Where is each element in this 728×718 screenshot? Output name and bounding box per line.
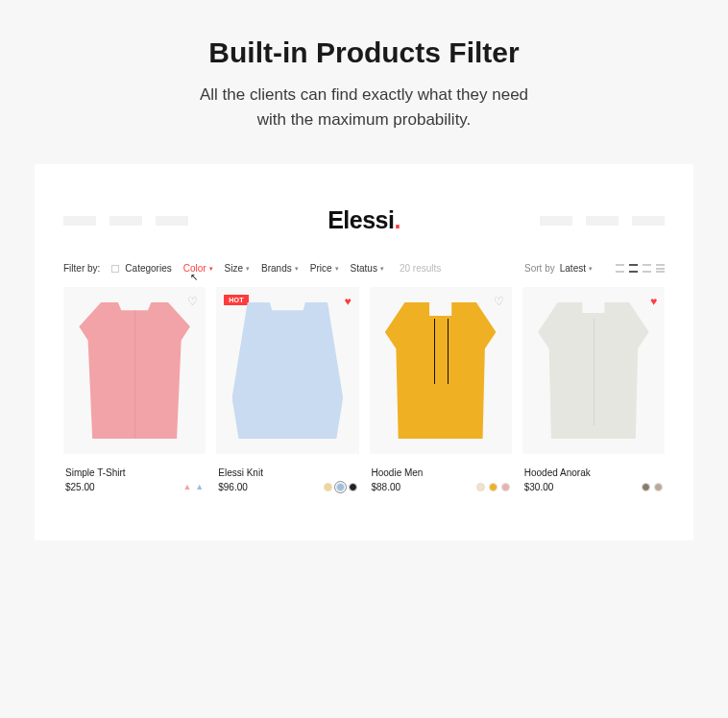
product-illustration xyxy=(538,302,649,440)
filter-categories[interactable]: Categories xyxy=(111,263,171,274)
product-name: Simple T-Shirt xyxy=(65,467,204,478)
swatch-dot[interactable] xyxy=(349,483,357,491)
product-image[interactable]: ♡ xyxy=(63,287,206,454)
product-grid: ♡ Simple T-Shirt $25.00 ▲ ▲ HOT ♥ xyxy=(63,287,665,492)
swatch-dot[interactable] xyxy=(654,483,663,491)
product-illustration xyxy=(385,302,497,440)
view-mode-icons xyxy=(616,264,665,273)
color-swatches xyxy=(476,483,510,491)
product-card[interactable]: ♥ Hooded Anorak $30.00 xyxy=(522,287,665,492)
filter-by-label: Filter by: xyxy=(63,263,100,274)
product-card[interactable]: ♡ Hoodie Men $88.00 xyxy=(370,287,512,492)
sort-by-label: Sort by xyxy=(524,263,555,274)
filter-color[interactable]: Color ▾ ↖ xyxy=(183,263,213,274)
brand-name: Elessi xyxy=(328,206,394,233)
checkbox-icon xyxy=(111,265,119,273)
color-swatches xyxy=(324,483,357,491)
sort-dropdown[interactable]: Latest ▾ xyxy=(560,263,593,274)
product-price: $96.00 xyxy=(218,482,248,492)
color-swatches xyxy=(642,483,663,491)
wishlist-icon[interactable]: ♥ xyxy=(650,295,657,308)
product-illustration xyxy=(79,302,190,440)
product-illustration xyxy=(232,302,344,440)
chevron-down-icon: ▾ xyxy=(335,265,339,273)
product-price: $88.00 xyxy=(372,482,401,492)
nav-left-placeholder xyxy=(63,216,188,226)
product-image[interactable]: ♥ xyxy=(522,287,665,454)
subtitle-line-2: with the maximum probability. xyxy=(257,110,472,129)
page-subtitle: All the clients can find exactly what th… xyxy=(19,83,709,132)
brand-dot: . xyxy=(394,206,400,233)
page-title: Built-in Products Filter xyxy=(19,36,709,69)
filter-status-label: Status xyxy=(351,263,377,274)
swatch-dot[interactable] xyxy=(324,483,332,491)
chevron-down-icon: ▾ xyxy=(380,265,384,273)
sort-value: Latest xyxy=(560,263,586,274)
wishlist-icon[interactable]: ♡ xyxy=(494,295,504,308)
product-price: $30.00 xyxy=(524,482,554,492)
product-price: $25.00 xyxy=(65,482,95,492)
subtitle-line-1: All the clients can find exactly what th… xyxy=(200,85,528,104)
filter-brands-label: Brands xyxy=(261,263,292,274)
filter-color-label: Color xyxy=(183,263,206,274)
chevron-down-icon: ▾ xyxy=(246,265,250,273)
hot-badge: HOT xyxy=(224,295,249,305)
swatch-dot[interactable] xyxy=(642,483,650,491)
product-image[interactable]: ♡ xyxy=(370,287,512,454)
brand-logo[interactable]: Elessi. xyxy=(328,206,400,234)
nav-right-placeholder xyxy=(540,216,665,226)
view-list-icon[interactable] xyxy=(656,264,665,273)
shop-header: Elessi. xyxy=(63,206,665,234)
view-grid-4-icon[interactable] xyxy=(643,264,651,273)
swatch-dot[interactable] xyxy=(489,483,497,491)
product-card[interactable]: ♡ Simple T-Shirt $25.00 ▲ ▲ xyxy=(63,287,206,492)
filter-size[interactable]: Size ▾ xyxy=(225,263,250,274)
view-grid-3-icon[interactable] xyxy=(629,264,638,273)
shop-window: Elessi. Filter by: Categories Color ▾ ↖ … xyxy=(35,164,693,540)
swatch-icon[interactable]: ▲ xyxy=(195,483,204,491)
swatch-dot[interactable] xyxy=(336,483,345,491)
view-grid-2-icon[interactable] xyxy=(616,264,624,273)
product-name: Elessi Knit xyxy=(218,467,356,478)
swatch-dot[interactable] xyxy=(476,483,485,491)
chevron-down-icon: ▾ xyxy=(209,265,213,273)
filter-categories-label: Categories xyxy=(125,263,171,274)
filter-brands[interactable]: Brands ▾ xyxy=(261,263,299,274)
product-name: Hoodie Men xyxy=(372,467,510,478)
filter-price[interactable]: Price ▾ xyxy=(310,263,339,274)
color-swatches: ▲ ▲ xyxy=(182,483,204,491)
swatch-icon[interactable]: ▲ xyxy=(182,483,191,491)
wishlist-icon[interactable]: ♡ xyxy=(187,295,198,308)
wishlist-icon[interactable]: ♥ xyxy=(344,295,351,308)
filter-bar: Filter by: Categories Color ▾ ↖ Size ▾ B… xyxy=(63,263,665,274)
swatch-dot[interactable] xyxy=(501,483,510,491)
results-count: 20 results xyxy=(400,263,441,274)
product-image[interactable]: HOT ♥ xyxy=(216,287,358,454)
filter-status[interactable]: Status ▾ xyxy=(351,263,384,274)
chevron-down-icon: ▾ xyxy=(589,265,593,273)
filter-size-label: Size xyxy=(225,263,243,274)
chevron-down-icon: ▾ xyxy=(295,265,299,273)
product-card[interactable]: HOT ♥ Elessi Knit $96.00 xyxy=(216,287,358,492)
product-name: Hooded Anorak xyxy=(524,467,663,478)
filter-price-label: Price xyxy=(310,263,332,274)
